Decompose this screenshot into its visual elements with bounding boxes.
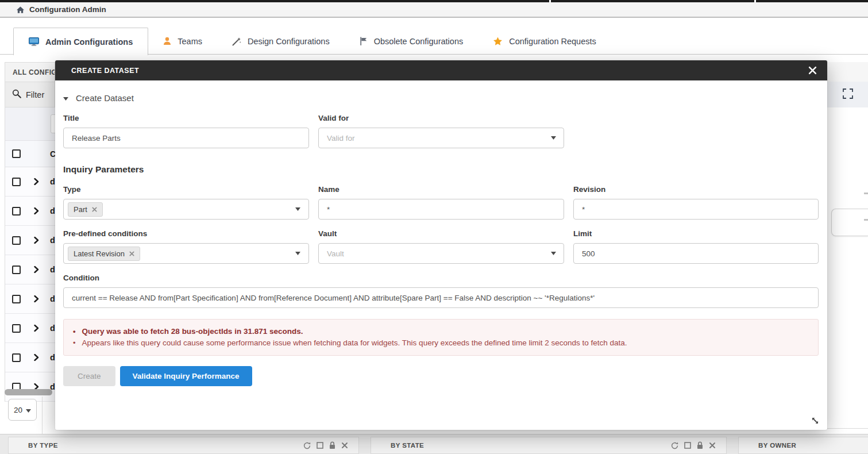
section-title: Create Dataset	[76, 93, 134, 103]
table-row[interactable]: d	[5, 343, 55, 372]
alert-message-list: • Query was able to fetch 28 bus-objectI…	[73, 326, 812, 349]
alert-message: • Query was able to fetch 28 bus-objectI…	[73, 326, 812, 337]
filter-label: Filter	[26, 90, 44, 99]
selected-chip: Latest Revision	[68, 247, 140, 261]
star-icon	[493, 37, 503, 46]
tab-admin-configurations[interactable]: Admin Configurations	[13, 28, 148, 55]
type-label: Type	[63, 185, 309, 194]
row-checkbox[interactable]	[12, 266, 21, 274]
app-header-bar: Configuration Admin	[0, 2, 868, 18]
side-flyout-fragment	[831, 209, 868, 236]
table-row[interactable]: d	[5, 372, 55, 402]
predefined-conditions-label: Pre-defined conditions	[63, 229, 309, 238]
condition-input[interactable]	[63, 287, 819, 308]
widget-title: BY TYPE	[28, 442, 58, 449]
row-checkbox[interactable]	[12, 236, 21, 245]
table-row[interactable]: d	[5, 226, 55, 255]
chevron-right-icon[interactable]	[34, 237, 39, 244]
table-toolbar-row	[5, 107, 55, 140]
widget-title: BY STATE	[391, 442, 424, 449]
valid-for-select[interactable]	[318, 128, 564, 148]
alert-message-text: Appears like this query could cause some…	[82, 337, 627, 349]
home-icon[interactable]	[16, 6, 25, 14]
table-row[interactable]: d	[5, 167, 55, 197]
revision-input[interactable]	[573, 199, 819, 220]
row-checkbox[interactable]	[12, 295, 21, 303]
widget-header[interactable]: BY OWNER	[739, 437, 868, 453]
row-checkbox[interactable]	[12, 178, 21, 186]
tab-bar: Admin Configurations Teams Design Config…	[13, 28, 611, 55]
caret-down-icon	[295, 207, 300, 211]
modal-header[interactable]: CREATE DATASET	[55, 60, 827, 80]
wand-icon	[232, 37, 241, 46]
widget-header-icons	[303, 441, 348, 449]
selected-chip: Part	[68, 202, 103, 217]
tab-teams[interactable]: Teams	[148, 28, 217, 55]
refresh-icon[interactable]	[671, 442, 678, 449]
close-icon[interactable]	[341, 442, 348, 449]
close-icon[interactable]	[808, 66, 817, 75]
tab-configuration-requests[interactable]: Configuration Requests	[478, 28, 611, 55]
filter-bar[interactable]: Filter	[5, 82, 55, 107]
monitor-icon	[29, 37, 39, 46]
lock-icon[interactable]	[329, 441, 335, 449]
lock-icon[interactable]	[697, 441, 703, 449]
table-row[interactable]: d	[5, 314, 55, 343]
search-icon	[12, 89, 21, 100]
row-label: d	[50, 236, 55, 245]
alert-message: • Appears like this query could cause so…	[73, 337, 812, 349]
caret-down-icon	[63, 93, 68, 103]
chevron-right-icon[interactable]	[34, 354, 39, 361]
table-row[interactable]: d	[5, 255, 55, 284]
row-checkbox[interactable]	[12, 324, 21, 333]
create-dataset-section-toggle[interactable]: Create Dataset	[63, 93, 827, 103]
chevron-right-icon[interactable]	[34, 325, 39, 332]
remove-chip-icon[interactable]	[129, 251, 134, 256]
create-button[interactable]: Create	[63, 366, 115, 386]
select-all-checkbox[interactable]	[12, 149, 21, 158]
row-checkbox[interactable]	[12, 353, 21, 362]
row-checkbox[interactable]	[12, 207, 21, 216]
chevron-right-icon[interactable]	[34, 266, 39, 274]
chevron-right-icon[interactable]	[34, 178, 39, 186]
type-multiselect[interactable]: Part	[63, 199, 309, 220]
caret-down-icon	[551, 136, 556, 140]
close-icon[interactable]	[709, 442, 716, 449]
title-label: Title	[63, 114, 309, 122]
widget-header[interactable]: BY TYPE	[9, 437, 358, 453]
name-input[interactable]	[318, 199, 564, 220]
refresh-icon[interactable]	[303, 442, 311, 449]
app-title: Configuration Admin	[29, 5, 106, 14]
create-dataset-modal: CREATE DATASET Create Dataset Title Vali…	[55, 60, 827, 430]
table-toolbar-continuation	[827, 82, 868, 107]
remove-chip-icon[interactable]	[92, 207, 97, 212]
widget-header[interactable]: BY STATE	[371, 437, 726, 453]
resize-handle-icon[interactable]	[811, 416, 820, 425]
vault-select[interactable]	[318, 243, 564, 264]
limit-label: Limit	[573, 229, 819, 238]
table-header-row: C	[5, 140, 55, 167]
title-input[interactable]	[63, 128, 309, 148]
validate-inquiry-performance-button[interactable]: Validate Inquiry Performance	[120, 366, 252, 386]
fullscreen-icon[interactable]	[843, 89, 853, 101]
page-size-value: 20	[14, 406, 22, 414]
name-label: Name	[318, 185, 564, 194]
condition-label: Condition	[63, 274, 819, 282]
tab-obsolete-configurations[interactable]: Obsolete Configurations	[345, 28, 479, 55]
caret-down-icon	[26, 406, 31, 414]
table-row[interactable]: d	[5, 284, 55, 314]
maximize-icon[interactable]	[317, 442, 323, 449]
chevron-right-icon[interactable]	[34, 295, 39, 303]
tab-design-configurations[interactable]: Design Configurations	[217, 28, 345, 55]
page-size-dropdown[interactable]: 20	[8, 399, 37, 421]
predefined-conditions-multiselect[interactable]: Latest Revision	[63, 243, 309, 264]
bullet: •	[73, 337, 76, 349]
table-row[interactable]: d	[5, 197, 55, 226]
bullet: •	[73, 326, 76, 337]
limit-input[interactable]	[573, 243, 819, 264]
application-window: Configuration Admin Admin Configurations…	[0, 0, 868, 454]
horizontal-scrollbar-thumb[interactable]	[5, 389, 52, 395]
maximize-icon[interactable]	[684, 442, 691, 449]
table-header-continuation	[827, 62, 868, 82]
chevron-right-icon[interactable]	[34, 207, 39, 215]
